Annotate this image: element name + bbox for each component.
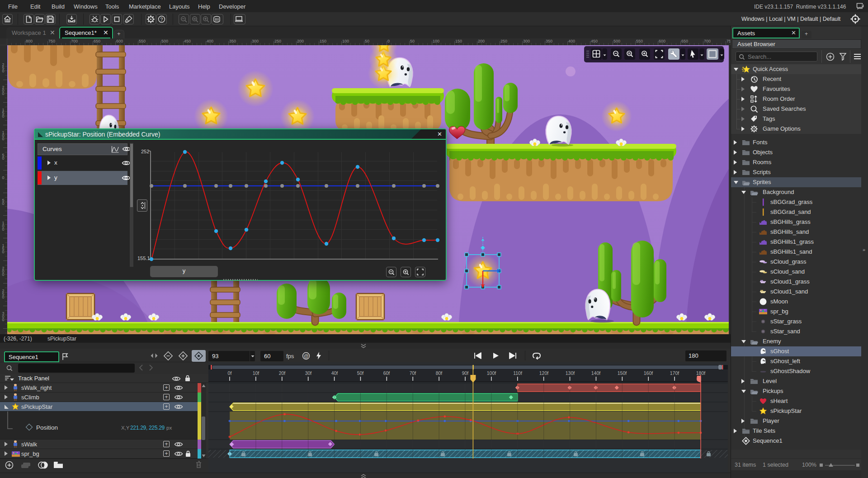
svg-text:?: ? <box>160 17 163 22</box>
svg-text:@: @ <box>303 353 308 359</box>
svg-text:0f: 0f <box>228 370 232 376</box>
svg-text:160f: 160f <box>644 370 653 376</box>
svg-text:90f: 90f <box>462 370 469 376</box>
svg-text:70f: 70f <box>410 370 416 376</box>
svg-text:140f: 140f <box>591 370 601 376</box>
svg-text:100f: 100f <box>487 370 496 376</box>
svg-text:10f: 10f <box>253 370 259 376</box>
svg-text:150f: 150f <box>618 370 627 376</box>
svg-text:20f: 20f <box>279 370 286 376</box>
svg-text:170f: 170f <box>670 370 679 376</box>
svg-text:120f: 120f <box>539 370 549 376</box>
svg-text:60f: 60f <box>383 370 390 376</box>
svg-text:40f: 40f <box>331 370 338 376</box>
svg-text:50f: 50f <box>357 370 364 376</box>
svg-text:30f: 30f <box>305 370 312 376</box>
svg-text:80f: 80f <box>436 370 443 376</box>
svg-text:130f: 130f <box>566 370 575 376</box>
svg-text:110f: 110f <box>513 370 522 376</box>
